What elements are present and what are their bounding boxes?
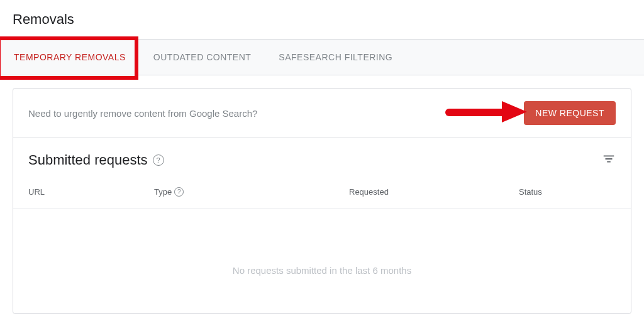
section-header: Submitted requests ? [13,138,631,176]
table-header-row: URL Type ? Requested Status [13,176,631,209]
tab-safesearch-filtering[interactable]: SAFESEARCH FILTERING [265,40,406,75]
tabs-bar: TEMPORARY REMOVALS OUTDATED CONTENT SAFE… [0,39,644,75]
section-title: Submitted requests [28,152,148,168]
new-request-button[interactable]: NEW REQUEST [524,101,616,125]
tab-temporary-removals[interactable]: TEMPORARY REMOVALS [0,40,140,75]
column-header-type: Type ? [154,187,349,197]
card-header: Need to urgently remove content from Goo… [13,89,631,138]
section-title-wrap: Submitted requests ? [28,152,164,168]
filter-icon[interactable] [602,152,616,168]
content-area: Need to urgently remove content from Goo… [0,75,644,314]
help-icon[interactable]: ? [174,187,184,197]
column-header-requested: Requested [349,187,519,197]
page-title: Removals [0,0,644,39]
removals-card: Need to urgently remove content from Goo… [13,88,631,314]
column-header-type-label: Type [154,187,172,197]
column-header-url: URL [28,187,154,197]
svg-marker-1 [502,101,527,122]
help-icon[interactable]: ? [153,154,164,166]
empty-state-message: No requests submitted in the last 6 mont… [13,209,631,313]
tab-outdated-content[interactable]: OUTDATED CONTENT [140,40,265,75]
svg-rect-0 [445,109,507,116]
column-header-status: Status [519,187,616,197]
prompt-text: Need to urgently remove content from Goo… [28,108,257,119]
annotation-arrow-icon [445,101,527,125]
